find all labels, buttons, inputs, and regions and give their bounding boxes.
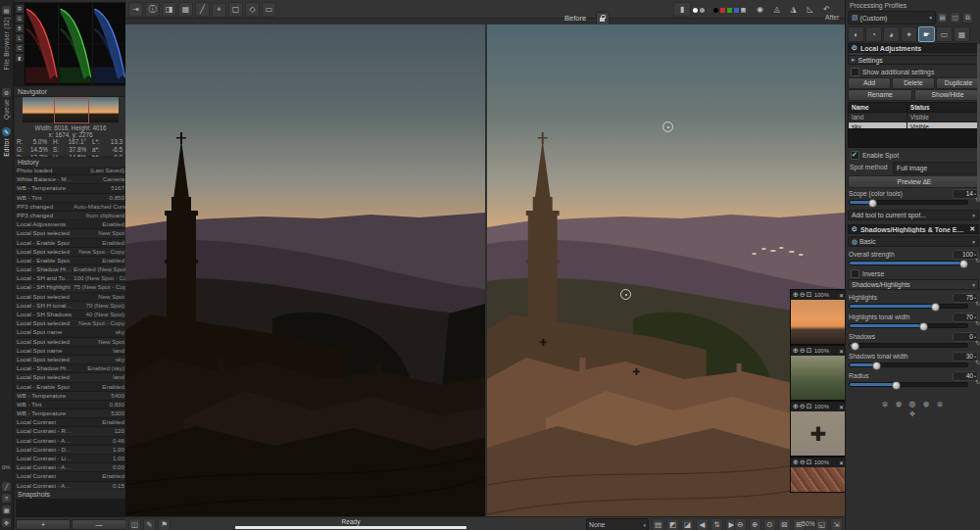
history-row[interactable]: Local - Shadow Highlight Enabled (New Sp… bbox=[15, 265, 126, 274]
history-row[interactable]: Local Contrast Enabled bbox=[15, 472, 126, 481]
close-icon[interactable]: ✕ bbox=[839, 459, 844, 466]
detail-window-image[interactable] bbox=[791, 300, 846, 344]
slider-knob[interactable] bbox=[919, 322, 928, 331]
histogram-channel-button[interactable]: R bbox=[16, 5, 24, 13]
spot-marker-sky[interactable] bbox=[662, 121, 673, 132]
bottom-icon[interactable]: ◀ bbox=[696, 518, 709, 530]
history-row[interactable]: Local - Enable Spot Enabled bbox=[15, 383, 126, 392]
history-row[interactable]: Local Spot selected New Spot - Copy bbox=[15, 248, 126, 257]
bg-black-swatch[interactable] bbox=[713, 8, 718, 13]
detail-zoom-100-icon[interactable]: ⊡ bbox=[807, 458, 812, 466]
detail-zoom-out-icon[interactable]: ⊖ bbox=[800, 347, 806, 355]
bottom-icon[interactable]: ◪ bbox=[681, 518, 694, 530]
zoom-icon[interactable]: ⊠ bbox=[778, 518, 791, 530]
before-lock-button[interactable] bbox=[596, 12, 610, 25]
add-snapshot-button[interactable]: + bbox=[16, 519, 71, 530]
profile-action-icon[interactable]: ⧉ bbox=[962, 12, 973, 24]
close-icon[interactable]: ✕ bbox=[839, 404, 844, 410]
history-row[interactable]: Local - SH and Tone Equ... 100 (New Spot… bbox=[15, 274, 126, 283]
bg-white-swatch[interactable] bbox=[693, 8, 698, 13]
tool-tab[interactable]: ◐ bbox=[848, 26, 864, 42]
toolbar-icon[interactable]: ◉ bbox=[753, 2, 767, 17]
reset-icon[interactable]: ↻ bbox=[975, 300, 980, 307]
scope-track[interactable] bbox=[849, 200, 968, 205]
slider-track[interactable] bbox=[849, 362, 968, 367]
toolbar-icon[interactable]: ◬ bbox=[769, 2, 784, 17]
history-row[interactable]: Local Spot selected New Spot bbox=[15, 229, 126, 238]
detail-zoom-out-icon[interactable]: ⊖ bbox=[800, 291, 806, 299]
detail-window[interactable]: ⊕ ⊖ ⊡ 100% ✕ bbox=[790, 457, 847, 493]
tab-file-browser[interactable]: ▤ File Browser (32) bbox=[0, 4, 13, 71]
history-row[interactable]: PP3 changed Auto-Matched Curve - IS... bbox=[15, 203, 126, 212]
bg-gray-swatch[interactable] bbox=[700, 8, 705, 13]
reset-icon[interactable]: ↻ bbox=[975, 378, 980, 385]
profile-select[interactable]: ▧ (Custom) ▾ bbox=[848, 11, 936, 24]
detail-zoom-100-icon[interactable]: ⊡ bbox=[807, 291, 812, 299]
delete-snapshot-button[interactable]: — bbox=[72, 519, 126, 530]
rename-spot-button[interactable]: Rename bbox=[848, 89, 912, 101]
history-row[interactable]: Photo loaded (Last Saved) bbox=[15, 167, 126, 175]
duplicate-spot-button[interactable]: Duplicate bbox=[936, 77, 980, 89]
spot-status-header[interactable]: Status bbox=[906, 103, 978, 113]
toolbar-icon[interactable]: ▢ bbox=[228, 2, 243, 17]
history-row[interactable]: Local - Enable Spot Enabled bbox=[15, 239, 126, 248]
channel-red-swatch[interactable] bbox=[720, 8, 725, 13]
reset-icon[interactable]: ↻ bbox=[975, 257, 980, 264]
toolbar-icon[interactable]: ╱ bbox=[195, 2, 210, 17]
slider-track[interactable] bbox=[849, 382, 968, 387]
toolbar-icon[interactable]: ▦ bbox=[178, 2, 193, 17]
toolbar-icon[interactable]: ◨ bbox=[162, 2, 176, 17]
histogram-channel-button[interactable]: L bbox=[16, 34, 24, 42]
history-row[interactable]: Local Adjustments Enabled bbox=[15, 220, 126, 229]
anchor-cross-marker[interactable]: ✚ bbox=[632, 367, 640, 377]
bottom-icon[interactable]: ⇲ bbox=[830, 518, 843, 530]
sh-panel-header[interactable]: ⊙ Shadows/Highlights & Tone Equalizer ✕ bbox=[848, 224, 979, 234]
history-row[interactable]: Local Spot selected New Spot bbox=[15, 338, 126, 347]
detail-zoom-out-icon[interactable]: ⊖ bbox=[800, 458, 806, 466]
slider-knob[interactable] bbox=[931, 303, 940, 312]
reset-icon[interactable]: ↻ bbox=[975, 359, 980, 365]
bottom-icon[interactable]: ◩ bbox=[666, 518, 679, 530]
history-row[interactable]: Local Contrast - Lightness 1.00 bbox=[15, 455, 126, 463]
bottom-icon[interactable]: ✎ bbox=[143, 518, 156, 530]
slider-track[interactable] bbox=[849, 323, 968, 328]
detail-zoom-in-icon[interactable]: ⊕ bbox=[793, 458, 799, 466]
history-row[interactable]: Local Spot name land bbox=[15, 347, 126, 356]
toolbar-icon[interactable]: ◺ bbox=[803, 2, 817, 17]
history-row[interactable]: Local Spot selected sky bbox=[15, 356, 126, 364]
show-hide-spot-button[interactable]: Show/Hide bbox=[914, 89, 980, 101]
spot-marker-land[interactable] bbox=[620, 289, 631, 300]
toolbar-icon[interactable]: ● bbox=[736, 2, 751, 17]
tab-editor[interactable]: ✎ Editor bbox=[0, 125, 13, 157]
tab-queue[interactable]: ⚙ Queue bbox=[0, 86, 13, 120]
history-row[interactable]: Local Spot name sky bbox=[15, 328, 126, 337]
add-spot-button[interactable]: Add bbox=[848, 77, 891, 89]
zoom-icon[interactable]: ⊖ bbox=[734, 518, 747, 530]
tool-tab[interactable]: ✦ bbox=[901, 26, 917, 42]
history-row[interactable]: Local Contrast - Amount 0.00 bbox=[15, 463, 126, 472]
detail-zoom-100-icon[interactable]: ⊡ bbox=[807, 347, 812, 355]
scope-knob[interactable] bbox=[868, 199, 877, 208]
history-row[interactable]: Local Contrast - Amount 0.46 bbox=[15, 437, 126, 446]
bottom-icon[interactable]: ◫ bbox=[128, 518, 141, 530]
inverse-checkbox[interactable]: Inverse bbox=[851, 269, 884, 278]
toolbar-icon[interactable]: ⌖ bbox=[212, 3, 226, 18]
bg-dark-swatch[interactable] bbox=[707, 8, 711, 13]
detail-zoom-100-icon[interactable]: ⊡ bbox=[807, 403, 812, 410]
power-icon[interactable]: ⊙ bbox=[852, 44, 858, 52]
checkbox-checked-icon[interactable] bbox=[851, 151, 859, 160]
profile-action-icon[interactable]: ▤ bbox=[937, 12, 948, 24]
history-row[interactable]: Local - SH Highlight 75 (New Spot - Copy… bbox=[15, 283, 126, 292]
history-row[interactable]: WB - Temperature 5400 bbox=[15, 392, 126, 401]
history-row[interactable]: White Balance - Method Camera bbox=[15, 175, 126, 184]
histogram-channel-button[interactable]: C bbox=[16, 44, 24, 52]
profile-action-icon[interactable]: ◫ bbox=[950, 12, 960, 24]
grid-rail-icon[interactable]: ▦ bbox=[2, 506, 11, 514]
show-additional-settings[interactable]: Show additional settings bbox=[851, 68, 934, 76]
bottom-icon[interactable]: ⚑ bbox=[158, 518, 171, 530]
slider-track[interactable] bbox=[849, 343, 968, 348]
close-icon[interactable]: ✕ bbox=[839, 348, 844, 355]
detail-window[interactable]: ⊕ ⊖ ⊡ 100% ✕ ✚ bbox=[790, 401, 847, 457]
local-adjustments-header[interactable]: ⊙ Local Adjustments bbox=[848, 43, 979, 53]
navigator-view-rect[interactable] bbox=[54, 98, 89, 123]
